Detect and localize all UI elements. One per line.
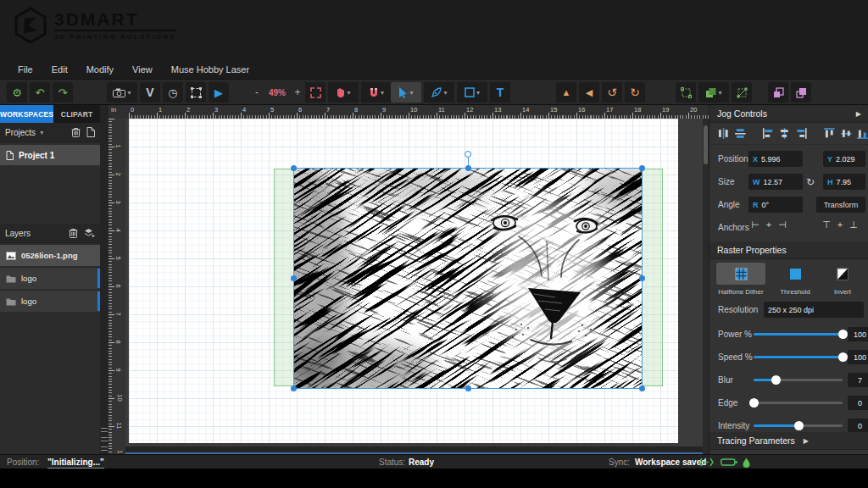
slider-knob[interactable] xyxy=(794,421,804,430)
expand-arrow-icon[interactable]: ▶ xyxy=(804,437,809,445)
distribute-horizontal-icon[interactable] xyxy=(717,127,730,140)
tracing-parameters-header[interactable]: Tracing Parameters ▶ xyxy=(709,432,868,450)
duplicate-button[interactable]: ▾ xyxy=(698,82,729,103)
distribute-vertical-icon[interactable] xyxy=(734,127,747,140)
layer-row-lion[interactable]: 0526lion-1.png xyxy=(0,245,100,266)
timer-button[interactable]: ◷ xyxy=(163,82,183,103)
project-list-item[interactable]: Project 1 xyxy=(0,145,100,165)
anchor-top-icon[interactable]: ⊤ xyxy=(820,219,833,230)
align-top-icon[interactable] xyxy=(823,127,836,140)
select-tool-button[interactable]: ▾ xyxy=(391,82,421,103)
zoom-level[interactable]: 49% xyxy=(264,88,290,97)
run-job-button[interactable]: ▶ xyxy=(209,82,229,103)
anchor-right-icon[interactable]: ⊣ xyxy=(776,219,789,230)
workspace-page[interactable] xyxy=(129,119,678,443)
anchor-left-icon[interactable]: ⊢ xyxy=(748,219,762,230)
slider-knob[interactable] xyxy=(838,352,848,362)
menu-muse-hobby-laser[interactable]: Muse Hobby Laser xyxy=(162,64,259,75)
add-layer-button[interactable] xyxy=(84,228,95,238)
threshold-mode[interactable]: Threshold xyxy=(771,263,820,296)
raster-properties-header[interactable]: Raster Properties xyxy=(709,241,868,259)
anchor-bottom-icon[interactable]: ⊥ xyxy=(847,219,860,230)
expand-arrow-icon[interactable]: ▶ xyxy=(856,110,861,118)
chevron-down-icon[interactable]: ▾ xyxy=(40,129,43,136)
canvas-option-icon[interactable] xyxy=(101,428,108,432)
redo-button[interactable]: ↷ xyxy=(53,82,73,103)
align-right-icon[interactable] xyxy=(795,127,808,140)
shape-tool-button[interactable]: ▾ xyxy=(457,82,487,103)
flip-vertical-button[interactable]: ▲ xyxy=(556,82,576,103)
slider-track[interactable] xyxy=(754,424,843,427)
align-left-icon[interactable] xyxy=(762,127,775,140)
pan-tool-button[interactable]: ▾ xyxy=(328,82,359,103)
layer-row-logo-2[interactable]: logo xyxy=(0,291,100,312)
zoom-out-button[interactable]: - xyxy=(252,86,262,98)
invert-mode[interactable]: Invert xyxy=(818,263,867,296)
halftone-dither-mode[interactable]: Halftone Dither xyxy=(716,263,765,296)
slider-knob[interactable] xyxy=(771,375,781,385)
tab-workspaces[interactable]: WORKSPACES xyxy=(0,105,53,123)
rotate-cw-button[interactable]: ↻ xyxy=(625,82,645,103)
slider-track[interactable] xyxy=(754,356,843,358)
angle-r-field[interactable]: R 0° xyxy=(748,197,803,213)
snap-tool-button[interactable]: ▾ xyxy=(361,82,392,103)
text-tool-button[interactable]: T xyxy=(490,82,510,103)
transform-button[interactable]: Transform xyxy=(816,197,865,213)
align-bottom-icon[interactable] xyxy=(856,127,868,140)
layer-row-logo-1[interactable]: logo xyxy=(0,268,100,289)
redo-icon: ↷ xyxy=(58,86,68,99)
trash-icon xyxy=(71,127,81,137)
tab-clipart[interactable]: CLIPART xyxy=(53,105,100,123)
slider-track[interactable] xyxy=(754,379,843,381)
menu-modify[interactable]: Modify xyxy=(77,64,123,75)
vertical-scrollbar-thumb[interactable] xyxy=(704,125,708,164)
slider-track[interactable] xyxy=(754,402,843,404)
slider-label: Speed % xyxy=(718,352,753,362)
copy-object-button[interactable] xyxy=(768,82,788,103)
lion-raster-image[interactable] xyxy=(294,169,642,388)
paste-object-button[interactable] xyxy=(791,82,811,103)
anchor-center-v-icon[interactable]: + xyxy=(833,219,847,230)
horizontal-scrollbar[interactable] xyxy=(125,446,703,454)
group-button[interactable] xyxy=(676,82,696,103)
aspect-link-icon[interactable]: ↻ xyxy=(806,176,815,188)
zoom-in-button[interactable]: + xyxy=(292,86,303,98)
slider-knob[interactable] xyxy=(749,398,759,408)
delete-layer-button[interactable] xyxy=(69,228,78,238)
undo-button[interactable]: ↶ xyxy=(30,82,50,103)
menu-edit[interactable]: Edit xyxy=(42,64,77,75)
zoom-fit-button[interactable] xyxy=(305,82,326,103)
slider-track[interactable] xyxy=(754,333,843,336)
camera-capture-button[interactable]: ▾ xyxy=(107,82,137,103)
new-project-button[interactable] xyxy=(86,127,95,137)
position-y-field[interactable]: Y 2.029 xyxy=(823,151,865,167)
canvas-option-icon[interactable] xyxy=(101,446,108,451)
canvas-option-icon[interactable] xyxy=(101,437,108,441)
align-middle-icon[interactable] xyxy=(840,127,853,140)
delete-project-button[interactable] xyxy=(71,127,81,137)
menu-file[interactable]: File xyxy=(8,64,42,75)
resolution-field[interactable]: 250 x 250 dpi xyxy=(764,302,864,318)
rotation-handle[interactable] xyxy=(465,151,471,158)
vector-tool-button[interactable]: V xyxy=(140,82,160,103)
position-x-field[interactable]: X 5.996 xyxy=(748,151,803,167)
panel-splitter[interactable] xyxy=(100,105,108,454)
frame-bounds-button[interactable] xyxy=(186,82,206,103)
gear-icon: ⚙ xyxy=(12,86,22,99)
anchor-center-h-icon[interactable]: + xyxy=(762,219,776,230)
jog-controls-header[interactable]: Jog Controls ▶ xyxy=(709,105,868,123)
settings-button[interactable]: ⚙ xyxy=(7,82,27,103)
menu-view[interactable]: View xyxy=(123,64,162,75)
vertical-scrollbar[interactable] xyxy=(703,119,709,454)
size-h-field[interactable]: H 7.95 xyxy=(823,174,865,190)
align-center-horizontal-icon[interactable] xyxy=(778,127,791,140)
canvas-viewport[interactable] xyxy=(125,119,709,454)
rotate-ccw-button[interactable]: ↺ xyxy=(602,82,622,103)
pen-tool-button[interactable]: ▾ xyxy=(424,82,454,103)
v-ruler-number: 1 xyxy=(114,144,122,147)
size-w-field[interactable]: W 12.57 xyxy=(748,174,803,190)
flip-horizontal-button[interactable]: ◀ xyxy=(579,82,599,103)
ungroup-button[interactable] xyxy=(732,82,752,103)
invert-icon xyxy=(837,268,849,280)
slider-knob[interactable] xyxy=(838,330,848,339)
